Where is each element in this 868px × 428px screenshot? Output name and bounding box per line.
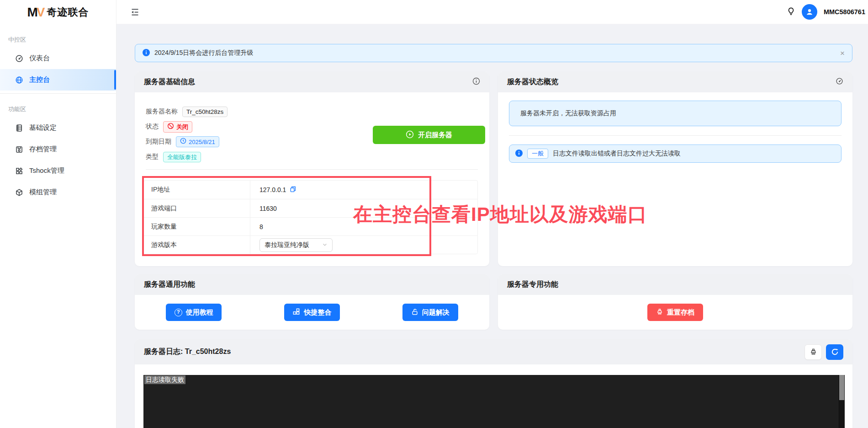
info-icon <box>143 49 150 58</box>
card-header: 服务器专用功能 <box>498 274 852 295</box>
status-badge: 关闭 <box>163 121 192 133</box>
card-header: 服务器通用功能 <box>135 274 489 295</box>
sidebar-item-mod-management[interactable]: 模组管理 <box>0 182 116 203</box>
card-header: 服务器日志: Tr_c50ht28zs <box>135 339 852 364</box>
resource-alert: 服务器未开启，无法获取资源占用 <box>509 101 842 126</box>
modules-icon <box>292 308 300 317</box>
info-icon <box>515 150 523 158</box>
severity-badge: 一般 <box>527 149 548 159</box>
sidebar-item-tshock-management[interactable]: Tshock管理 <box>0 160 116 182</box>
card-title: 服务器状态概览 <box>507 77 558 87</box>
chevron-down-icon <box>322 241 328 249</box>
sidebar-item-basic-settings[interactable]: 基础设定 <box>0 117 116 139</box>
card-special-functions: 服务器专用功能 重置存档 <box>498 274 852 330</box>
sidebar-item-label: 主控台 <box>29 75 50 84</box>
card-body: 服务器名称 Tr_c50ht28zs 状态 关闭 到期日期 <box>135 92 489 266</box>
table-row: IP地址 127.0.0.1 <box>144 181 477 199</box>
bulb-icon[interactable] <box>787 6 795 18</box>
clock-icon <box>180 138 186 146</box>
menu-fold-icon[interactable] <box>130 7 140 17</box>
sidebar-item-label: 存档管理 <box>29 145 57 154</box>
field-status: 状态 关闭 <box>146 121 228 132</box>
globe-icon <box>15 76 23 84</box>
card-body: 重置存档 <box>498 295 852 330</box>
field-server-name: 服务器名称 Tr_c50ht28zs <box>146 106 228 117</box>
card-body: ? 使用教程 快捷整合 问题解决 <box>135 295 489 330</box>
logo-text: 奇迹联合 <box>47 5 89 19</box>
start-server-label: 开启服务器 <box>418 131 452 139</box>
selected-option: 泰拉瑞亚纯净版 <box>265 241 309 249</box>
sidebar-item-label: 模组管理 <box>29 188 57 197</box>
table-row: 游戏端口 11630 <box>144 199 477 217</box>
sidebar: M V 奇迹联合 中控区 仪表台 主控台 功能区 基础设定 <box>0 0 116 428</box>
troubleshoot-button[interactable]: 问题解决 <box>402 304 458 321</box>
row-value: 泰拉瑞亚纯净版 <box>250 238 477 252</box>
scrollbar-thumb[interactable] <box>839 375 844 400</box>
refresh-log-button[interactable] <box>826 344 843 360</box>
app-logo[interactable]: M V 奇迹联合 <box>0 0 116 24</box>
card-common-functions: 服务器通用功能 ? 使用教程 快捷整合 问题解决 <box>135 274 489 330</box>
table-row: 游戏版本 泰拉瑞亚纯净版 <box>144 235 477 254</box>
sidebar-section-control: 中控区 <box>8 36 116 44</box>
card-divider <box>509 135 842 136</box>
button-label: 快捷整合 <box>304 308 331 317</box>
button-label: 重置存档 <box>667 308 694 317</box>
active-indicator <box>114 70 116 90</box>
card-status-overview: 服务器状态概览 服务器未开启，无法获取资源占用 一般 日志文件读取出错或者日志文… <box>498 72 852 266</box>
copy-icon[interactable] <box>289 186 296 194</box>
gauge-icon[interactable] <box>836 77 843 87</box>
app-root: M V 奇迹联合 中控区 仪表台 主控台 功能区 基础设定 <box>0 0 868 428</box>
alert-text: 服务器未开启，无法获取资源占用 <box>520 109 616 118</box>
topbar: MMC5806761 <box>116 0 868 24</box>
avatar[interactable] <box>802 4 817 20</box>
field-label: 服务器名称 <box>146 107 178 116</box>
close-icon[interactable]: × <box>840 49 845 57</box>
row-label: 玩家数量 <box>144 218 250 235</box>
info-circle-icon[interactable] <box>472 77 480 87</box>
card-server-log: 服务器日志: Tr_c50ht28zs 日志读取失败 <box>135 339 852 428</box>
sidebar-item-label: 基础设定 <box>29 123 57 132</box>
row-label: 游戏端口 <box>144 199 250 217</box>
unlock-icon <box>411 308 418 317</box>
server-fields: 服务器名称 Tr_c50ht28zs 状态 关闭 到期日期 <box>146 106 228 162</box>
sidebar-item-console[interactable]: 主控台 <box>0 69 116 91</box>
clear-log-button[interactable] <box>804 344 822 360</box>
card-divider <box>146 169 478 170</box>
server-info-table: IP地址 127.0.0.1 游戏端口 11630 玩家数量 <box>143 180 478 254</box>
logo-letter-v: V <box>37 5 45 20</box>
table-row: 玩家数量 8 <box>144 217 477 235</box>
row-value: 127.0.0.1 <box>250 186 477 194</box>
status-text: 关闭 <box>176 123 188 131</box>
expiry-badge: 2025/8/21 <box>176 136 219 147</box>
server-icon <box>15 124 23 132</box>
logo-letter-m: M <box>27 5 36 20</box>
terminal-text: 日志读取失败 <box>144 375 185 384</box>
game-version-select[interactable]: 泰拉瑞亚纯净版 <box>259 238 333 252</box>
tutorial-button[interactable]: ? 使用教程 <box>166 304 222 321</box>
notice-text: 2024/9/15日将会进行后台管理升级 <box>154 49 253 57</box>
quick-integration-button[interactable]: 快捷整合 <box>284 304 340 321</box>
gauge-icon <box>15 54 23 63</box>
card-title: 服务器专用功能 <box>507 280 558 289</box>
card-title: 服务器通用功能 <box>144 280 195 289</box>
button-label: 问题解决 <box>422 308 450 317</box>
button-label: 使用教程 <box>186 308 213 317</box>
field-expiry: 到期日期 2025/8/21 <box>146 136 228 147</box>
username[interactable]: MMC5806761 <box>824 8 865 16</box>
content-area: 2024/9/15日将会进行后台管理升级 × 服务器基础信息 服务器名称 Tr_… <box>116 24 868 428</box>
question-circle-icon: ? <box>175 309 182 316</box>
log-terminal[interactable]: 日志读取失败 <box>143 375 845 428</box>
blocks-icon <box>15 167 23 175</box>
floppy-icon <box>15 145 23 154</box>
prohibit-icon <box>167 123 174 131</box>
card-header: 服务器基础信息 <box>135 72 489 92</box>
field-type: 类型 全能版泰拉 <box>146 151 228 162</box>
sidebar-item-save-management[interactable]: 存档管理 <box>0 139 116 160</box>
row-label: 游戏版本 <box>144 236 250 254</box>
alert-text: 日志文件读取出错或者日志文件过大无法读取 <box>553 150 681 158</box>
start-server-button[interactable]: 开启服务器 <box>373 126 485 144</box>
sidebar-item-dashboard[interactable]: 仪表台 <box>0 48 116 69</box>
card-body: 日志读取失败 <box>135 364 852 428</box>
card-server-basic-info: 服务器基础信息 服务器名称 Tr_c50ht28zs 状态 <box>135 72 489 266</box>
reset-save-button[interactable]: 重置存档 <box>647 304 703 321</box>
